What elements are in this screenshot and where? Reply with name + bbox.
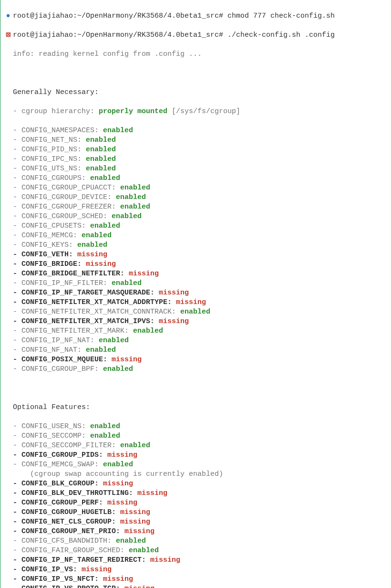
config-status: enabled bbox=[86, 146, 116, 154]
config-status: missing bbox=[137, 489, 167, 497]
config-line: - CONFIG_CFS_BANDWIDTH: enabled bbox=[3, 536, 388, 546]
config-status: enabled bbox=[120, 203, 150, 211]
config-line: - CONFIG_UTS_NS: enabled bbox=[3, 164, 388, 174]
config-line: - CONFIG_SECCOMP: enabled bbox=[3, 431, 388, 441]
config-status: missing bbox=[120, 518, 150, 526]
config-line: - CONFIG_NETFILTER_XT_MARK: enabled bbox=[3, 326, 388, 336]
config-line: - CONFIG_NET_NS: enabled bbox=[3, 136, 388, 145]
config-status: enabled bbox=[86, 155, 116, 163]
config-name: CONFIG_CGROUP_DEVICE bbox=[21, 193, 107, 201]
config-line: - CONFIG_PID_NS: enabled bbox=[3, 145, 388, 155]
config-name: CONFIG_BRIDGE_NETFILTER bbox=[21, 270, 120, 278]
config-name: CONFIG_BLK_CGROUP bbox=[21, 480, 94, 488]
prompt-1-command: chmod 777 check-config.sh bbox=[227, 12, 335, 20]
config-line: - CONFIG_USER_NS: enabled bbox=[3, 422, 388, 431]
config-name: CONFIG_IP_VS_PROTO_TCP bbox=[21, 585, 116, 588]
config-status: missing bbox=[159, 289, 189, 297]
config-note-line: (cgroup swap accounting is currently ena… bbox=[3, 470, 388, 479]
config-name: CONFIG_IP_NF_TARGET_MASQUERADE bbox=[21, 289, 150, 297]
prompt-1-prefix: root@jiajiahao:~/OpenHarmony/RK3568/4.0b… bbox=[13, 12, 227, 20]
prompt-2-prefix: root@jiajiahao:~/OpenHarmony/RK3568/4.0b… bbox=[13, 31, 227, 39]
config-line: - CONFIG_CGROUP_DEVICE: enabled bbox=[3, 193, 388, 202]
config-name: CONFIG_IP_NF_FILTER bbox=[21, 279, 103, 287]
config-line: - CONFIG_NETFILTER_XT_MATCH_CONNTRACK: e… bbox=[3, 307, 388, 317]
config-name: CONFIG_IP_NF_NAT bbox=[21, 336, 90, 345]
config-line: - CONFIG_NETFILTER_XT_MATCH_IPVS: missin… bbox=[3, 317, 388, 326]
config-line: - CONFIG_MEMCG_SWAP: enabled bbox=[3, 460, 388, 470]
config-line: - CONFIG_CGROUPS: enabled bbox=[3, 174, 388, 183]
config-name: CONFIG_CPUSETS bbox=[21, 222, 82, 230]
config-status: enabled bbox=[103, 126, 133, 135]
config-status: missing bbox=[159, 317, 189, 326]
config-line: - CONFIG_POSIX_MQUEUE: missing bbox=[3, 355, 388, 365]
config-name: CONFIG_IP_VS bbox=[21, 566, 73, 574]
config-name: CONFIG_CGROUP_NET_PRIO bbox=[21, 527, 116, 536]
info-line: info: reading kernel config from .config… bbox=[3, 50, 388, 59]
config-name: CONFIG_CGROUP_PIDS bbox=[21, 451, 99, 459]
config-name: CONFIG_CGROUP_PERF bbox=[21, 499, 99, 507]
config-name: CONFIG_CGROUP_HUGETLB bbox=[21, 508, 112, 516]
config-status: enabled bbox=[120, 184, 150, 192]
bullet-red-icon: ⦻ bbox=[3, 31, 13, 40]
config-name: CONFIG_CFS_BANDWIDTH bbox=[21, 537, 107, 545]
config-line: - CONFIG_CGROUP_PIDS: missing bbox=[3, 451, 388, 460]
config-line: - CONFIG_SECCOMP_FILTER: enabled bbox=[3, 441, 388, 451]
config-name: CONFIG_KEYS bbox=[21, 241, 69, 249]
config-status: missing bbox=[103, 575, 133, 583]
config-status: enabled bbox=[180, 308, 210, 316]
config-line: - CONFIG_KEYS: enabled bbox=[3, 241, 388, 250]
config-note: (cgroup swap accounting is currently ena… bbox=[30, 470, 223, 478]
prompt-line-1: ●root@jiajiahao:~/OpenHarmony/RK3568/4.0… bbox=[3, 11, 388, 21]
config-line: - CONFIG_NET_CLS_CGROUP: missing bbox=[3, 517, 388, 527]
config-status: missing bbox=[129, 270, 159, 278]
config-line: - CONFIG_BRIDGE: missing bbox=[3, 260, 388, 269]
config-name: CONFIG_POSIX_MQUEUE bbox=[21, 356, 103, 364]
config-status: missing bbox=[82, 566, 112, 574]
config-name: CONFIG_NET_NS bbox=[21, 136, 77, 144]
config-status: missing bbox=[77, 251, 107, 259]
config-name: CONFIG_IP_VS_NFCT bbox=[21, 575, 94, 583]
config-status: enabled bbox=[90, 174, 120, 182]
config-status: enabled bbox=[90, 222, 120, 230]
config-status: enabled bbox=[86, 346, 116, 354]
config-line: - CONFIG_NETFILTER_XT_MATCH_ADDRTYPE: mi… bbox=[3, 298, 388, 307]
config-line: - CONFIG_CGROUP_NET_PRIO: missing bbox=[3, 527, 388, 536]
config-status: enabled bbox=[112, 212, 142, 220]
config-status: enabled bbox=[86, 136, 116, 144]
config-name: CONFIG_NET_CLS_CGROUP bbox=[21, 518, 112, 526]
config-name: CONFIG_IP_NF_TARGET_REDIRECT bbox=[21, 556, 142, 564]
config-status: missing bbox=[107, 499, 137, 507]
config-name: CONFIG_CGROUP_CPUACCT bbox=[21, 184, 112, 192]
config-name: CONFIG_BLK_DEV_THROTTLING bbox=[21, 489, 129, 497]
config-line: - CONFIG_CGROUP_BPF: enabled bbox=[3, 365, 388, 374]
config-status: enabled bbox=[120, 441, 150, 450]
config-status: missing bbox=[124, 585, 154, 588]
config-status: enabled bbox=[116, 193, 146, 201]
config-line: - CONFIG_IP_NF_TARGET_REDIRECT: missing bbox=[3, 556, 388, 565]
config-status: missing bbox=[107, 451, 137, 459]
config-name: CONFIG_SECCOMP_FILTER bbox=[21, 441, 112, 450]
config-name: CONFIG_PID_NS bbox=[21, 146, 77, 154]
section-optional-title: Optional Features: bbox=[3, 403, 388, 412]
config-line: - CONFIG_BLK_CGROUP: missing bbox=[3, 479, 388, 489]
config-line: - CONFIG_VETH: missing bbox=[3, 250, 388, 260]
config-line: - CONFIG_IP_VS_NFCT: missing bbox=[3, 575, 388, 584]
config-name: CONFIG_NETFILTER_XT_MATCH_ADDRTYPE bbox=[21, 298, 167, 306]
config-status: missing bbox=[120, 508, 150, 516]
section-generally-title: Generally Necessary: bbox=[3, 88, 388, 97]
config-name: CONFIG_CGROUP_FREEZER bbox=[21, 203, 112, 211]
config-line: - CONFIG_CGROUP_SCHED: enabled bbox=[3, 212, 388, 221]
config-status: missing bbox=[86, 260, 116, 268]
config-line: - CONFIG_IPC_NS: enabled bbox=[3, 155, 388, 164]
config-name: CONFIG_FAIR_GROUP_SCHED bbox=[21, 546, 120, 555]
config-status: missing bbox=[150, 556, 180, 564]
config-line: - CONFIG_CGROUP_FREEZER: enabled bbox=[3, 202, 388, 212]
config-line: - CONFIG_CPUSETS: enabled bbox=[3, 221, 388, 231]
config-line: - CONFIG_BLK_DEV_THROTTLING: missing bbox=[3, 489, 388, 498]
config-status: enabled bbox=[103, 365, 133, 373]
config-name: CONFIG_UTS_NS bbox=[21, 165, 77, 173]
config-line: - CONFIG_CGROUP_HUGETLB: missing bbox=[3, 508, 388, 517]
config-status: enabled bbox=[116, 537, 146, 545]
config-line: - CONFIG_BRIDGE_NETFILTER: missing bbox=[3, 269, 388, 279]
config-name: CONFIG_NAMESPACES bbox=[21, 126, 94, 135]
